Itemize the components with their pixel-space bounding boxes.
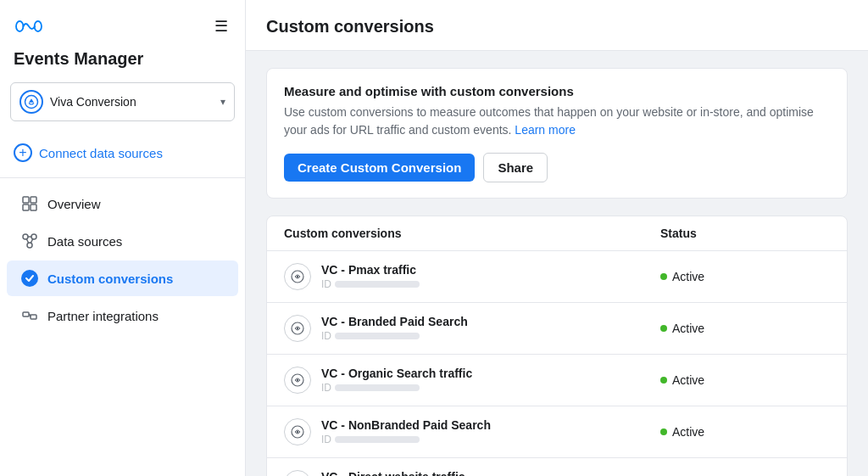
id-placeholder bbox=[335, 436, 420, 443]
table-row[interactable]: VC - NonBranded Paid Search ID Active bbox=[267, 406, 847, 458]
conversion-info: VC - Organic Search traffic ID bbox=[321, 367, 472, 394]
hamburger-menu[interactable]: ☰ bbox=[211, 14, 231, 39]
conversion-row-icon bbox=[284, 263, 311, 290]
share-button[interactable]: Share bbox=[483, 153, 548, 182]
table-header-status: Status bbox=[660, 227, 830, 240]
status-cell: Active bbox=[660, 322, 830, 335]
sidebar-header: ☰ bbox=[0, 0, 245, 46]
conversion-cell: VC - Direct website traffic ID bbox=[284, 470, 660, 476]
table-header-name: Custom conversions bbox=[284, 227, 660, 240]
status-active-dot bbox=[660, 273, 667, 280]
sidebar: ☰ Events Manager Viva Conversion ▾ + Con… bbox=[0, 0, 246, 476]
status-cell: Active bbox=[660, 425, 830, 439]
svg-point-19 bbox=[297, 328, 299, 330]
svg-point-0 bbox=[16, 21, 23, 31]
meta-logo-icon bbox=[14, 18, 44, 35]
id-placeholder bbox=[335, 281, 420, 288]
sidebar-title: Events Manager bbox=[0, 46, 245, 82]
nav-divider bbox=[0, 177, 245, 178]
sidebar-item-partner-integrations[interactable]: Partner integrations bbox=[7, 298, 238, 333]
conversion-info: VC - NonBranded Paid Search ID bbox=[321, 418, 491, 445]
conversion-info: VC - Pmax traffic ID bbox=[321, 263, 420, 290]
conversion-name: VC - Organic Search traffic bbox=[321, 367, 472, 380]
svg-point-23 bbox=[297, 431, 299, 434]
info-banner-description: Use custom conversions to measure outcom… bbox=[284, 104, 830, 139]
connect-data-sources-label: Connect data sources bbox=[39, 146, 163, 160]
status-cell: Active bbox=[660, 373, 830, 387]
conversion-cell: VC - Branded Paid Search ID bbox=[284, 315, 660, 342]
svg-point-17 bbox=[297, 276, 299, 278]
create-custom-conversion-button[interactable]: Create Custom Conversion bbox=[284, 154, 475, 182]
table-header: Custom conversions Status bbox=[267, 216, 847, 251]
data-sources-icon bbox=[20, 232, 39, 250]
learn-more-link[interactable]: Learn more bbox=[515, 123, 576, 137]
status-active-dot bbox=[660, 325, 667, 332]
conversion-info: VC - Direct website traffic ID bbox=[321, 470, 465, 476]
page-title: Custom conversions bbox=[266, 17, 848, 50]
conversion-cell: VC - Organic Search traffic ID bbox=[284, 367, 660, 394]
info-banner-title: Measure and optimise with custom convers… bbox=[284, 84, 830, 98]
id-placeholder bbox=[335, 384, 420, 391]
table-row[interactable]: VC - Organic Search traffic ID Active bbox=[267, 355, 847, 406]
svg-rect-5 bbox=[23, 204, 29, 210]
conversion-info: VC - Branded Paid Search ID bbox=[321, 315, 468, 342]
account-chevron-icon: ▾ bbox=[220, 96, 225, 108]
svg-point-7 bbox=[23, 234, 28, 239]
status-active-dot bbox=[660, 428, 667, 435]
meta-logo bbox=[14, 18, 44, 35]
conversions-table: Custom conversions Status VC - bbox=[266, 216, 848, 476]
conversion-cell: VC - Pmax traffic ID bbox=[284, 263, 660, 290]
custom-conversions-icon bbox=[20, 269, 39, 288]
svg-rect-15 bbox=[31, 315, 36, 319]
table-row[interactable]: VC - Direct website traffic ID Active bbox=[267, 458, 847, 476]
id-placeholder bbox=[335, 333, 420, 339]
info-banner: Measure and optimise with custom convers… bbox=[266, 68, 848, 199]
content-area: Measure and optimise with custom convers… bbox=[246, 51, 868, 476]
sidebar-item-partner-integrations-label: Partner integrations bbox=[47, 309, 159, 323]
status-cell: Active bbox=[660, 270, 830, 283]
status-label: Active bbox=[672, 425, 704, 439]
account-avatar-icon bbox=[24, 94, 39, 109]
conversion-id: ID bbox=[321, 434, 491, 445]
sidebar-item-overview[interactable]: Overview bbox=[7, 186, 238, 221]
svg-point-21 bbox=[297, 379, 299, 382]
svg-rect-14 bbox=[23, 312, 29, 316]
status-label: Active bbox=[672, 270, 704, 283]
conversion-row-icon bbox=[284, 315, 311, 342]
svg-rect-6 bbox=[31, 204, 36, 210]
conversion-name: VC - Pmax traffic bbox=[321, 263, 420, 277]
svg-rect-3 bbox=[23, 197, 29, 203]
account-selector[interactable]: Viva Conversion ▾ bbox=[10, 82, 235, 121]
conversion-cell: VC - NonBranded Paid Search ID bbox=[284, 418, 660, 445]
status-label: Active bbox=[672, 373, 704, 387]
sidebar-item-data-sources[interactable]: Data sources bbox=[7, 223, 238, 259]
conversion-id: ID bbox=[321, 330, 468, 342]
account-name: Viva Conversion bbox=[50, 95, 214, 109]
svg-line-12 bbox=[31, 238, 33, 244]
conversion-row-icon bbox=[284, 418, 311, 445]
sidebar-item-custom-conversions-label: Custom conversions bbox=[47, 272, 173, 286]
overview-icon bbox=[20, 194, 39, 213]
svg-point-9 bbox=[27, 243, 32, 248]
connect-data-sources-link[interactable]: + Connect data sources bbox=[0, 135, 245, 171]
sidebar-item-custom-conversions[interactable]: Custom conversions bbox=[7, 260, 238, 296]
conversion-id: ID bbox=[321, 278, 420, 290]
conversion-name: VC - NonBranded Paid Search bbox=[321, 418, 491, 432]
svg-point-8 bbox=[31, 234, 36, 239]
table-row[interactable]: VC - Pmax traffic ID Active bbox=[267, 251, 847, 303]
main-content: Custom conversions Measure and optimise … bbox=[246, 0, 868, 476]
connect-data-sources-icon: + bbox=[14, 143, 32, 162]
svg-point-13 bbox=[21, 270, 38, 287]
status-active-dot bbox=[660, 377, 667, 384]
action-bar: Create Custom Conversion Share bbox=[284, 139, 830, 182]
conversion-name: VC - Direct website traffic bbox=[321, 470, 465, 476]
conversion-id: ID bbox=[321, 382, 472, 394]
conversion-row-icon bbox=[284, 470, 311, 476]
partner-integrations-icon bbox=[20, 306, 39, 325]
sidebar-item-overview-label: Overview bbox=[47, 197, 101, 211]
status-label: Active bbox=[672, 322, 704, 335]
conversion-row-icon bbox=[284, 367, 311, 394]
main-header: Custom conversions bbox=[246, 0, 868, 51]
table-row[interactable]: VC - Branded Paid Search ID Active bbox=[267, 303, 847, 355]
svg-rect-4 bbox=[31, 197, 36, 203]
